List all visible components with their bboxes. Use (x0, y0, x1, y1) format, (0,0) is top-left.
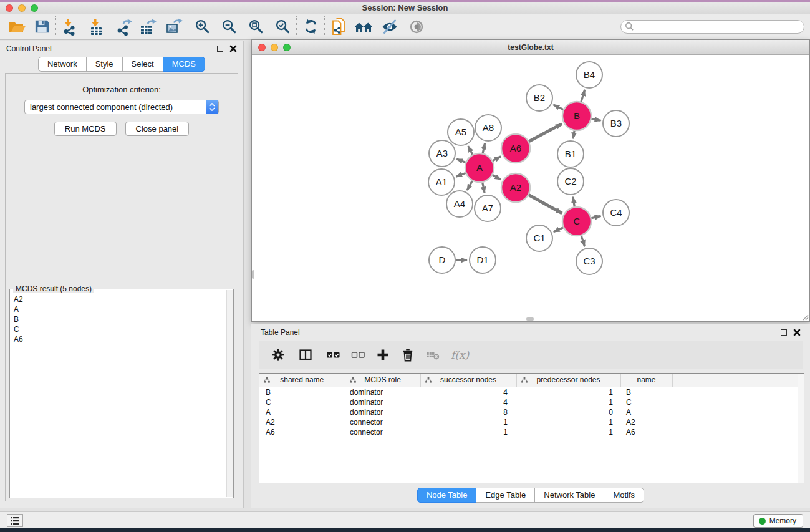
table-cell[interactable]: A6 (620, 427, 672, 437)
tab-motifs[interactable]: Motifs (604, 488, 644, 503)
table-cell[interactable]: dominator (345, 387, 420, 397)
graph-node-A[interactable]: A (465, 153, 494, 182)
table-cell[interactable]: 4 (420, 387, 516, 397)
graph-node-A7[interactable]: A7 (475, 195, 501, 221)
graph-node-B3[interactable]: B3 (603, 110, 629, 137)
column-header-mcds-role[interactable]: MCDS role (345, 374, 420, 387)
table-row[interactable]: Adominator80A (259, 407, 798, 417)
new-session-button[interactable] (328, 16, 349, 37)
float-table-panel-icon[interactable] (781, 329, 787, 336)
column-header-successor-nodes[interactable]: successor nodes (420, 374, 516, 387)
table-vertical-scrollbar[interactable] (798, 374, 804, 483)
graph-node-A6[interactable]: A6 (501, 134, 530, 163)
table-cell[interactable]: B (259, 387, 345, 397)
table-cell[interactable]: 1 (516, 417, 620, 427)
select-all-button[interactable] (325, 347, 341, 363)
zoom-fit-button[interactable] (245, 16, 266, 37)
table-cell[interactable]: 8 (420, 407, 516, 417)
graph-node-B[interactable]: B (562, 102, 591, 130)
export-image-button[interactable] (163, 16, 185, 37)
graph-node-A4[interactable]: A4 (446, 191, 473, 217)
table-cell[interactable]: connector (345, 427, 420, 437)
memory-button[interactable]: Memory (753, 514, 803, 528)
import-table-button[interactable] (85, 16, 107, 37)
run-mcds-button[interactable]: Run MCDS (54, 122, 117, 136)
mcds-result-item[interactable]: A2 (11, 294, 226, 304)
table-cell[interactable]: 1 (420, 417, 516, 427)
table-cell[interactable]: C (620, 397, 672, 407)
hide-graphics-details-button[interactable] (379, 16, 400, 37)
tab-node-table[interactable]: Node Table (417, 488, 477, 503)
first-neighbors-button[interactable] (353, 16, 374, 37)
table-cell[interactable]: C (259, 397, 345, 407)
network-window-titlebar[interactable]: testGlobe.txt (252, 40, 809, 55)
table-row[interactable]: Cdominator41C (259, 397, 798, 407)
float-panel-icon[interactable] (217, 46, 223, 52)
tab-select[interactable]: Select (122, 57, 163, 72)
table-cell[interactable]: dominator (345, 397, 420, 407)
graph-node-A2[interactable]: A2 (501, 173, 530, 202)
table-row[interactable]: A2connector11A2 (259, 417, 798, 427)
table-cell[interactable]: A2 (620, 417, 672, 427)
zoom-selected-button[interactable] (272, 16, 293, 37)
graph-node-B1[interactable]: B1 (557, 141, 584, 167)
table-cell[interactable]: 1 (420, 427, 516, 437)
graph-node-C[interactable]: C (562, 207, 591, 236)
graph-node-C4[interactable]: C4 (603, 200, 629, 226)
mcds-result-item[interactable]: A6 (11, 334, 226, 344)
graph-node-B2[interactable]: B2 (526, 85, 552, 111)
graph-node-A5[interactable]: A5 (448, 119, 474, 145)
graph-node-A1[interactable]: A1 (428, 169, 455, 195)
table-cell[interactable]: connector (345, 417, 420, 427)
table-cell[interactable]: A (259, 407, 345, 417)
mcds-result-item[interactable]: A (11, 304, 226, 314)
table-cell[interactable]: 1 (516, 387, 620, 397)
export-network-button[interactable] (113, 16, 135, 37)
graph-node-A3[interactable]: A3 (429, 140, 455, 167)
network-canvas[interactable]: B4B2BB3A8A5A6A3B1AA1C2A2A4A7C4CC1DD1C3 (252, 55, 809, 321)
refresh-view-button[interactable] (300, 16, 321, 37)
table-options-button[interactable] (270, 347, 286, 363)
tab-mcds[interactable]: MCDS (163, 57, 205, 72)
tab-edge-table[interactable]: Edge Table (476, 488, 535, 503)
tab-style[interactable]: Style (86, 57, 123, 72)
delete-columns-button[interactable] (400, 347, 416, 363)
function-builder-button[interactable]: f(x) (451, 349, 469, 361)
zoom-in-button[interactable] (191, 16, 213, 37)
canvas-horizontal-scrollbar-thumb[interactable] (526, 317, 534, 321)
column-header-shared-name[interactable]: shared name (259, 374, 345, 387)
table-row[interactable]: Bdominator41B (259, 387, 798, 397)
table-row[interactable]: A6connector11A6 (259, 427, 798, 437)
table-cell[interactable]: dominator (345, 407, 420, 417)
resize-grip-icon[interactable] (801, 313, 809, 321)
import-network-button[interactable] (59, 16, 80, 37)
graph-node-D1[interactable]: D1 (470, 247, 496, 273)
show-all-details-button[interactable] (406, 16, 427, 37)
graph-node-D[interactable]: D (429, 247, 455, 273)
open-session-button[interactable] (6, 16, 27, 37)
graph-node-C1[interactable]: C1 (526, 225, 552, 251)
search-input[interactable] (634, 21, 804, 32)
graph-node-C2[interactable]: C2 (557, 168, 584, 195)
column-header-predecessor-nodes[interactable]: predecessor nodes (516, 374, 620, 387)
table-cell[interactable]: B (620, 387, 672, 397)
export-table-button[interactable] (137, 16, 158, 37)
table-cell[interactable]: 1 (516, 397, 620, 407)
tab-network-table[interactable]: Network Table (534, 488, 604, 503)
close-panel-button[interactable]: Close panel (125, 122, 190, 136)
mcds-result-item[interactable]: B (11, 314, 226, 324)
search-field[interactable] (620, 20, 804, 34)
optimization-criterion-select[interactable]: largest connected component (directed) (24, 100, 219, 114)
task-history-button[interactable] (7, 514, 23, 527)
table-cell[interactable]: A2 (259, 417, 345, 427)
close-panel-icon[interactable] (229, 45, 237, 52)
close-table-panel-icon[interactable] (793, 329, 801, 336)
mcds-result-item[interactable]: C (11, 324, 226, 334)
table-cell[interactable]: 1 (516, 427, 620, 437)
canvas-vertical-scrollbar-thumb[interactable] (252, 270, 254, 279)
table-cell[interactable]: A (620, 407, 672, 417)
table-cell[interactable]: A6 (259, 427, 345, 437)
table-cell[interactable]: 4 (420, 397, 516, 407)
graph-node-A8[interactable]: A8 (475, 115, 501, 141)
tab-network[interactable]: Network (38, 57, 87, 72)
